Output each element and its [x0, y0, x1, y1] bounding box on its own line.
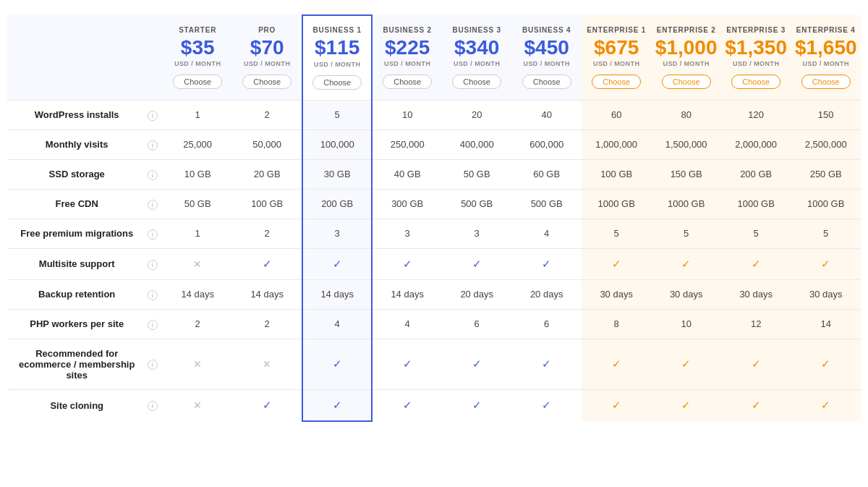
- feature-val-4-1: 2: [232, 219, 302, 248]
- info-icon-7[interactable]: i: [142, 309, 163, 339]
- feature-val-3-3: 300 GB: [372, 189, 442, 219]
- check-icon: ✓: [542, 399, 551, 411]
- plan-header-enterprise1: ENTERPRISE 1 $675 USD / MONTH Choose: [582, 15, 652, 100]
- check-icon: ✓: [333, 357, 342, 370]
- check-icon: ✓: [333, 399, 342, 411]
- feature-val-7-8: 12: [721, 309, 791, 339]
- feature-val-9-5: ✓: [511, 389, 582, 421]
- cross-icon: ✕: [193, 258, 202, 270]
- plan-name-enterprise3: ENTERPRISE 3: [721, 16, 791, 37]
- feature-label-2: SSD storage: [7, 159, 142, 189]
- info-icon-5[interactable]: i: [142, 248, 163, 279]
- feature-row-6: Backup retentioni14 days14 days14 days14…: [7, 279, 861, 309]
- check-icon: ✓: [752, 357, 761, 370]
- choose-btn-business3[interactable]: Choose: [452, 75, 501, 89]
- feature-val-9-0: ✕: [163, 389, 233, 421]
- feature-val-2-9: 250 GB: [791, 159, 861, 189]
- info-icon-3[interactable]: i: [142, 189, 163, 219]
- plan-name-business4: BUSINESS 4: [511, 16, 582, 37]
- feature-header: [7, 15, 142, 100]
- info-icon-9[interactable]: i: [142, 389, 163, 421]
- pricing-table-wrapper: STARTER $35 USD / MONTH Choose PRO $70 U…: [0, 0, 868, 436]
- feature-val-2-7: 150 GB: [651, 159, 721, 189]
- feature-label-4: Free premium migrations: [7, 219, 142, 248]
- feature-val-8-4: ✓: [442, 339, 512, 389]
- feature-val-6-2: 14 days: [302, 279, 373, 309]
- plan-period-pro: USD / MONTH: [232, 60, 302, 75]
- choose-btn-enterprise1[interactable]: Choose: [592, 75, 641, 89]
- feature-val-0-9: 150: [791, 100, 861, 130]
- feature-val-2-5: 60 GB: [511, 159, 582, 189]
- choose-btn-pro[interactable]: Choose: [242, 75, 292, 89]
- choose-btn-enterprise4[interactable]: Choose: [801, 75, 851, 89]
- feature-val-5-5: ✓: [511, 248, 582, 279]
- feature-label-1: Monthly visits: [7, 130, 142, 159]
- choose-btn-enterprise3[interactable]: Choose: [731, 75, 780, 89]
- cross-icon: ✕: [193, 399, 202, 411]
- feature-val-1-7: 1,500,000: [651, 130, 721, 159]
- info-circle-icon: i: [148, 229, 158, 240]
- feature-val-3-1: 100 GB: [232, 189, 302, 219]
- plan-name-pro: PRO: [232, 16, 302, 37]
- feature-val-9-6: ✓: [582, 389, 652, 421]
- feature-val-7-1: 2: [232, 309, 302, 339]
- plan-price-starter: $35: [163, 37, 233, 61]
- check-icon: ✓: [612, 357, 621, 370]
- feature-val-5-3: ✓: [372, 248, 442, 279]
- plan-header-enterprise4: ENTERPRISE 4 $1,650 USD / MONTH Choose: [791, 15, 861, 100]
- feature-val-2-3: 40 GB: [372, 159, 442, 189]
- feature-row-7: PHP workers per sitei2244668101214: [7, 309, 861, 339]
- feature-val-5-1: ✓: [232, 248, 302, 279]
- feature-val-0-5: 40: [511, 100, 582, 130]
- info-icon-0[interactable]: i: [142, 100, 163, 130]
- check-icon: ✓: [681, 399, 691, 411]
- check-icon: ✓: [542, 258, 551, 270]
- feature-val-6-6: 30 days: [582, 279, 652, 309]
- check-icon: ✓: [542, 357, 551, 370]
- feature-val-0-2: 5: [302, 100, 373, 130]
- check-icon: ✓: [612, 258, 621, 270]
- plan-header-business3: BUSINESS 3 $340 USD / MONTH Choose: [442, 15, 512, 100]
- feature-row-1: Monthly visitsi25,00050,000100,000250,00…: [7, 130, 861, 159]
- info-circle-icon: i: [148, 140, 158, 151]
- choose-btn-business1[interactable]: Choose: [312, 75, 362, 90]
- choose-btn-business4[interactable]: Choose: [522, 75, 571, 89]
- info-icon-6[interactable]: i: [142, 279, 163, 309]
- choose-btn-business2[interactable]: Choose: [383, 75, 432, 89]
- feature-label-3: Free CDN: [7, 189, 142, 219]
- feature-val-5-2: ✓: [302, 248, 373, 279]
- info-header: [142, 15, 163, 100]
- info-circle-icon: i: [148, 290, 158, 300]
- info-circle-icon: i: [148, 401, 158, 411]
- check-icon: ✓: [403, 258, 412, 270]
- feature-val-4-2: 3: [302, 219, 373, 248]
- feature-row-0: WordPress installsi1251020406080120150: [7, 100, 861, 130]
- info-icon-2[interactable]: i: [142, 159, 163, 189]
- plan-price-enterprise3: $1,350: [721, 37, 791, 61]
- plan-period-business4: USD / MONTH: [511, 60, 582, 75]
- feature-val-4-0: 1: [163, 219, 233, 248]
- feature-val-3-7: 1000 GB: [651, 189, 721, 219]
- feature-val-7-3: 4: [372, 309, 442, 339]
- check-icon: ✓: [821, 357, 830, 370]
- info-icon-1[interactable]: i: [142, 130, 163, 159]
- feature-val-4-4: 3: [442, 219, 512, 248]
- choose-btn-enterprise2[interactable]: Choose: [662, 75, 711, 89]
- feature-row-9: Site cloningi✕✓✓✓✓✓✓✓✓✓: [7, 389, 861, 421]
- feature-val-4-7: 5: [651, 219, 721, 248]
- plan-price-enterprise4: $1,650: [791, 37, 861, 61]
- plan-period-business2: USD / MONTH: [373, 60, 442, 75]
- feature-val-2-6: 100 GB: [582, 159, 652, 189]
- feature-val-3-6: 1000 GB: [582, 189, 652, 219]
- choose-btn-starter[interactable]: Choose: [173, 75, 222, 89]
- feature-label-8: Recommended for ecommerce / membership s…: [7, 339, 142, 389]
- info-icon-4[interactable]: i: [142, 219, 163, 248]
- check-icon: ✓: [612, 399, 621, 411]
- feature-row-3: Free CDNi50 GB100 GB200 GB300 GB500 GB50…: [7, 189, 861, 219]
- info-icon-8[interactable]: i: [142, 339, 163, 389]
- feature-val-6-8: 30 days: [721, 279, 791, 309]
- info-circle-icon: i: [148, 260, 158, 270]
- feature-label-0: WordPress installs: [7, 100, 142, 130]
- feature-val-0-4: 20: [442, 100, 512, 130]
- plan-period-business3: USD / MONTH: [442, 60, 512, 75]
